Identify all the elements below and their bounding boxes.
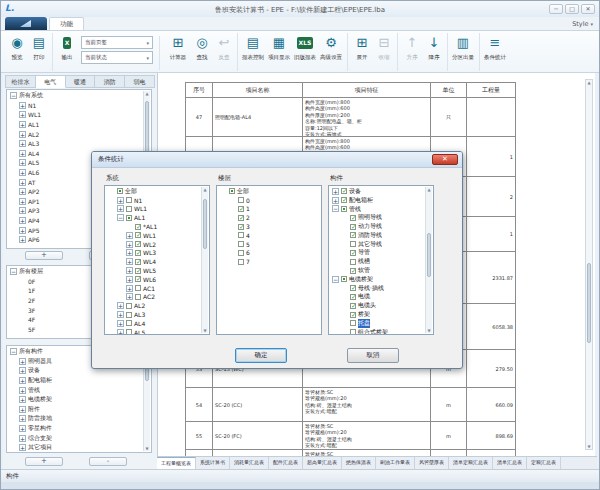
expander-icon[interactable]: + (19, 377, 26, 384)
tree-item[interactable]: + WL3 (107, 249, 200, 258)
checkbox-icon[interactable] (126, 320, 132, 326)
expander-icon[interactable]: + (19, 140, 26, 147)
checkbox-icon[interactable] (135, 268, 141, 274)
expander-icon[interactable]: + (117, 205, 124, 212)
expander-icon[interactable]: + (19, 236, 26, 243)
checkbox-icon[interactable] (126, 206, 132, 212)
tree-item[interactable]: 桥架 (331, 310, 424, 319)
checkbox-icon[interactable] (238, 224, 244, 230)
tree-item[interactable]: 导管 (331, 249, 424, 258)
tree-item[interactable]: 5 (219, 240, 312, 249)
sidebar-category-tab[interactable]: 弱电 (125, 75, 155, 88)
scroll-up-icon[interactable]: ▲ (586, 80, 592, 85)
tree-item[interactable]: + N1 (107, 196, 200, 205)
checkbox-icon[interactable] (126, 197, 132, 203)
checkbox-icon[interactable] (135, 232, 141, 238)
checkbox-icon[interactable] (135, 285, 141, 291)
tree-item[interactable]: + AL2 (107, 301, 200, 310)
checkbox-icon[interactable] (126, 312, 132, 318)
ok-button[interactable]: 确定 (235, 348, 287, 363)
current-state-combo[interactable]: 当前状态▾ (81, 51, 153, 64)
expander-icon[interactable]: + (126, 232, 133, 239)
expander-icon[interactable]: + (117, 302, 124, 309)
checkbox-icon[interactable] (341, 197, 347, 203)
ribbon-button[interactable]: ↑ 升序 (400, 33, 424, 71)
checkbox-icon[interactable] (350, 259, 356, 265)
checkbox-icon[interactable] (350, 329, 356, 335)
sheet-tab[interactable]: 绝热保温表 (342, 457, 376, 469)
sheet-tab[interactable]: 刷油工作量表 (376, 457, 415, 469)
tree-item[interactable]: + 附件 (9, 405, 142, 415)
checkbox-icon[interactable] (350, 320, 356, 326)
maximize-button[interactable]: □ (565, 4, 579, 14)
tree-item[interactable]: + WL4 (107, 257, 200, 266)
expander-icon[interactable]: + (117, 329, 124, 335)
tree-item[interactable]: + 电缆桥架 (9, 395, 142, 405)
checkbox-icon[interactable] (238, 206, 244, 212)
tree-item[interactable]: 4 (219, 231, 312, 240)
ribbon-button[interactable]: ◎ 查找 (190, 33, 214, 71)
tree-item[interactable]: 电缆头 (331, 301, 424, 310)
sidebar-category-tab[interactable]: 消防 (95, 75, 125, 88)
tree-item[interactable]: 线槽 (331, 257, 424, 266)
scrollbar[interactable]: ▲ ▼ (201, 187, 208, 333)
ribbon-button[interactable]: X 输出 (55, 33, 79, 71)
expander-icon[interactable]: + (126, 249, 133, 256)
expander-icon[interactable]: + (19, 367, 26, 374)
expander-icon[interactable]: + (19, 358, 26, 365)
checkbox-icon[interactable] (350, 250, 356, 256)
checkbox-icon[interactable] (350, 285, 356, 291)
expander-icon[interactable]: + (19, 227, 26, 234)
expander-icon[interactable]: + (19, 111, 26, 118)
sidebar-category-tab[interactable]: 电气 (36, 75, 66, 88)
tree-item[interactable]: 电缆 (331, 293, 424, 302)
sidebar-category-tab[interactable]: 给排水 (5, 75, 36, 88)
ribbon-button[interactable]: ⊞ 展开 (350, 33, 374, 71)
checkbox-icon[interactable] (238, 241, 244, 247)
expander-icon[interactable]: + (19, 159, 26, 166)
expander-icon[interactable]: + (126, 241, 133, 248)
sidebar-category-tab[interactable]: 暖通 (66, 75, 96, 88)
expander-icon[interactable]: + (19, 150, 26, 157)
expander-icon[interactable]: + (19, 198, 26, 205)
expand-all-button[interactable]: + (25, 457, 63, 466)
tree-item[interactable]: + 设备 (331, 187, 424, 196)
expander-icon[interactable]: + (19, 207, 26, 214)
checkbox-icon[interactable] (350, 215, 356, 221)
ribbon-button[interactable]: ↓ 降序 (424, 33, 448, 71)
tree-item[interactable]: + 防雷接地 (9, 414, 142, 424)
checkbox-icon[interactable] (126, 329, 132, 335)
expander-icon[interactable]: + (19, 169, 26, 176)
expander-icon[interactable]: + (19, 396, 26, 403)
expander-icon[interactable]: + (19, 188, 26, 195)
tree-item[interactable]: − 管线 (331, 205, 424, 214)
expander-icon[interactable]: − (10, 268, 17, 275)
expander-icon[interactable]: + (126, 267, 133, 274)
ribbon-button[interactable]: ▥ 分区出量 (450, 33, 480, 71)
tree-item[interactable]: 全部 (107, 187, 200, 196)
tree-item[interactable]: + AC2 (107, 293, 200, 302)
checkbox-icon[interactable] (135, 250, 141, 256)
expander-icon[interactable]: + (19, 217, 26, 224)
tree-item[interactable]: + WL1 (9, 110, 142, 120)
tree-item[interactable]: 6 (219, 249, 312, 258)
expander-icon[interactable]: + (19, 102, 26, 109)
collapse-all-button[interactable]: - (89, 457, 127, 466)
sheet-tab[interactable]: 系统计算书 (196, 457, 230, 469)
expander-icon[interactable]: − (117, 214, 124, 221)
cancel-button[interactable]: 取消 (347, 348, 399, 363)
table-row[interactable]: 54 SC-20 (CC) 导管材质:SC导管规格(mm):20结构:砖、混凝土… (186, 388, 516, 422)
scroll-up-icon[interactable]: ▲ (202, 187, 208, 192)
scroll-up-icon[interactable]: ▲ (426, 187, 432, 192)
tree-item[interactable]: + WL1 (107, 231, 200, 240)
expander-icon[interactable]: + (19, 121, 26, 128)
expander-icon[interactable]: − (10, 92, 17, 99)
tree-item[interactable]: + 配电箱柜 (331, 196, 424, 205)
checkbox-icon[interactable] (117, 188, 123, 194)
tree-item[interactable]: + WL1 (107, 205, 200, 214)
tab-function[interactable]: 功能 (49, 17, 84, 30)
tree-item[interactable]: 动力导线 (331, 222, 424, 231)
expander-icon[interactable]: + (332, 188, 339, 195)
tree-item[interactable]: + WL2 (107, 240, 200, 249)
ribbon-button[interactable]: ⊟ 收缩 (374, 33, 398, 71)
